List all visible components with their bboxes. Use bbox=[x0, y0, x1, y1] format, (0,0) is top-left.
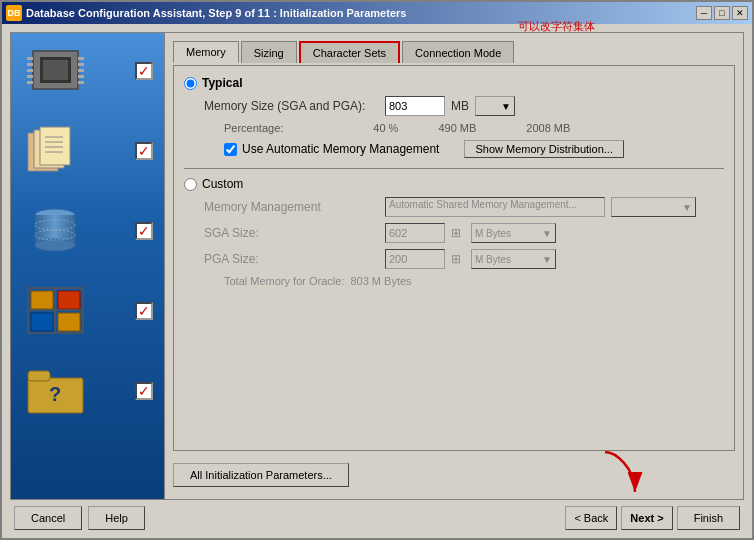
custom-options: Memory Management Automatic Shared Memor… bbox=[184, 197, 724, 287]
sidebar-item-chip: ✓ bbox=[23, 43, 153, 98]
shapes-icon bbox=[23, 283, 88, 338]
sidebar-item-folder: ? ✓ bbox=[23, 363, 153, 418]
main-window: DB Database Configuration Assistant, Ste… bbox=[0, 0, 754, 540]
titlebar-buttons: ─ □ ✕ bbox=[696, 6, 748, 20]
tab-memory[interactable]: Memory bbox=[173, 41, 239, 63]
auto-memory-label: Use Automatic Memory Management bbox=[242, 142, 439, 156]
svg-point-22 bbox=[35, 239, 75, 251]
sga-input bbox=[385, 223, 445, 243]
bottom-left: Cancel Help bbox=[14, 506, 145, 530]
total-memory-value: 803 M Bytes bbox=[350, 275, 411, 287]
custom-section: Custom Memory Management Automatic Share… bbox=[184, 177, 724, 287]
documents-icon bbox=[23, 123, 88, 178]
memory-tab-content: Typical Memory Size (SGA and PGA): MB ▼ bbox=[173, 65, 735, 451]
back-button[interactable]: < Back bbox=[565, 506, 617, 530]
percentage-row: Percentage: 40 % 490 MB 2008 MB bbox=[204, 122, 724, 134]
sidebar-item-shapes: ✓ bbox=[23, 283, 153, 338]
sga-unit-dropdown: M Bytes ▼ bbox=[471, 223, 556, 243]
memory-mgmt-label: Memory Management bbox=[204, 200, 379, 214]
pga-unit-dropdown: M Bytes ▼ bbox=[471, 249, 556, 269]
bottom-bar: Cancel Help < Back Next > Finish bbox=[10, 500, 744, 530]
svg-rect-15 bbox=[40, 127, 70, 165]
memory-unit: MB bbox=[451, 99, 469, 113]
tab-character-sets[interactable]: Character Sets bbox=[299, 41, 400, 63]
typical-radio[interactable] bbox=[184, 77, 197, 90]
titlebar: DB Database Configuration Assistant, Ste… bbox=[2, 2, 752, 24]
minimize-button[interactable]: ─ bbox=[696, 6, 712, 20]
auto-memory-checkbox[interactable] bbox=[224, 143, 237, 156]
custom-radio-label[interactable]: Custom bbox=[184, 177, 724, 191]
sidebar-item-documents: ✓ bbox=[23, 123, 153, 178]
folder-icon: ? bbox=[23, 363, 88, 418]
memory-management-row: Memory Management Automatic Shared Memor… bbox=[204, 197, 724, 217]
svg-rect-25 bbox=[31, 291, 53, 309]
memory-size-row: Memory Size (SGA and PGA): MB ▼ bbox=[204, 96, 724, 116]
titlebar-left: DB Database Configuration Assistant, Ste… bbox=[6, 5, 406, 21]
memory-dropdown[interactable]: ▼ bbox=[475, 96, 515, 116]
sidebar-check-documents: ✓ bbox=[135, 142, 153, 160]
svg-text:?: ? bbox=[48, 383, 60, 405]
pga-input bbox=[385, 249, 445, 269]
sga-size-row: SGA Size: ⊞ M Bytes ▼ bbox=[204, 223, 724, 243]
sidebar-check-database: ✓ bbox=[135, 222, 153, 240]
pga-size-row: PGA Size: ⊞ M Bytes ▼ bbox=[204, 249, 724, 269]
window-title: Database Configuration Assistant, Step 9… bbox=[26, 7, 406, 19]
tab-sizing[interactable]: Sizing bbox=[241, 41, 297, 63]
all-init-params-button[interactable]: All Initialization Parameters... bbox=[173, 463, 349, 487]
svg-rect-11 bbox=[78, 75, 84, 78]
percentage-min: 490 MB bbox=[438, 122, 476, 134]
svg-rect-26 bbox=[58, 291, 80, 309]
bottom-right: < Back Next > Finish bbox=[565, 506, 740, 530]
percentage-value: 40 % bbox=[373, 122, 398, 134]
memory-size-label: Memory Size (SGA and PGA): bbox=[204, 99, 379, 113]
main-area: ✓ ✓ bbox=[10, 32, 744, 500]
percentage-label: Percentage: bbox=[224, 122, 283, 134]
pga-label: PGA Size: bbox=[204, 252, 379, 266]
typical-options: Memory Size (SGA and PGA): MB ▼ Pe bbox=[184, 96, 724, 158]
cancel-button[interactable]: Cancel bbox=[14, 506, 82, 530]
custom-radio[interactable] bbox=[184, 178, 197, 191]
percentage-max: 2008 MB bbox=[526, 122, 570, 134]
charset-annotation: 可以改字符集体 bbox=[518, 19, 595, 34]
svg-rect-4 bbox=[27, 63, 33, 66]
sidebar-item-database: ✓ bbox=[23, 203, 153, 258]
finish-button[interactable]: Finish bbox=[677, 506, 740, 530]
memory-size-input[interactable] bbox=[385, 96, 445, 116]
svg-rect-9 bbox=[78, 63, 84, 66]
sidebar-check-folder: ✓ bbox=[135, 382, 153, 400]
tabs-wrapper: 可以改字符集体 Memory Sizing Character Sets bbox=[173, 41, 735, 65]
sga-label: SGA Size: bbox=[204, 226, 379, 240]
typical-section: Typical Memory Size (SGA and PGA): MB ▼ bbox=[184, 76, 724, 158]
total-memory-row: Total Memory for Oracle: 803 M Bytes bbox=[204, 275, 724, 287]
sidebar: ✓ ✓ bbox=[10, 32, 165, 500]
auto-memory-row: Use Automatic Memory Management Show Mem… bbox=[204, 140, 724, 158]
svg-rect-7 bbox=[27, 81, 33, 84]
memory-mgmt-dropdown: ▼ bbox=[611, 197, 696, 217]
tab-connection-mode[interactable]: Connection Mode bbox=[402, 41, 514, 63]
next-button[interactable]: Next > bbox=[621, 506, 672, 530]
window-content: ✓ ✓ bbox=[2, 24, 752, 538]
svg-rect-3 bbox=[27, 57, 33, 60]
svg-rect-10 bbox=[78, 69, 84, 72]
content-panel: 可以改字符集体 Memory Sizing Character Sets bbox=[165, 32, 744, 500]
help-button[interactable]: Help bbox=[88, 506, 145, 530]
svg-rect-2 bbox=[43, 60, 68, 80]
svg-rect-27 bbox=[31, 313, 53, 331]
sidebar-check-chip: ✓ bbox=[135, 62, 153, 80]
next-arrow-annotation bbox=[585, 447, 645, 502]
typical-radio-label[interactable]: Typical bbox=[184, 76, 724, 90]
database-icon bbox=[23, 203, 88, 258]
svg-rect-28 bbox=[58, 313, 80, 331]
close-button[interactable]: ✕ bbox=[732, 6, 748, 20]
maximize-button[interactable]: □ bbox=[714, 6, 730, 20]
sga-stepper: ⊞ bbox=[451, 226, 461, 240]
svg-rect-8 bbox=[78, 57, 84, 60]
tabs-container: Memory Sizing Character Sets Connection … bbox=[173, 41, 735, 63]
svg-rect-5 bbox=[27, 69, 33, 72]
svg-rect-12 bbox=[78, 81, 84, 84]
sidebar-check-shapes: ✓ bbox=[135, 302, 153, 320]
total-memory-label: Total Memory for Oracle: bbox=[224, 275, 344, 287]
show-memory-button[interactable]: Show Memory Distribution... bbox=[464, 140, 624, 158]
divider bbox=[184, 168, 724, 169]
chip-icon bbox=[23, 43, 88, 98]
